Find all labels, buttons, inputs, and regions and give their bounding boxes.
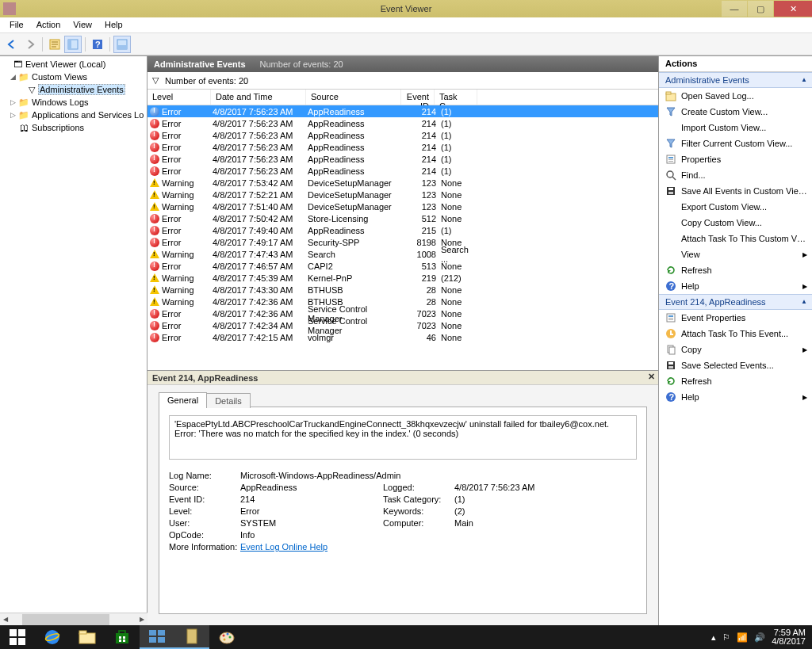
- table-row[interactable]: Error4/8/2017 7:56:23 AMAppReadiness214(…: [147, 153, 658, 165]
- table-row[interactable]: Error4/8/2017 7:56:23 AMAppReadiness214(…: [147, 141, 658, 153]
- table-row[interactable]: Error4/8/2017 7:49:17 AMSecurity-SPP8198…: [147, 236, 658, 248]
- action-item[interactable]: Copy▶: [659, 342, 812, 357]
- table-row[interactable]: Error4/8/2017 7:42:15 AMvolmgr46None: [147, 331, 658, 343]
- action-item[interactable]: Event Properties: [659, 310, 812, 326]
- table-row[interactable]: Warning4/8/2017 7:52:21 AMDeviceSetupMan…: [147, 189, 658, 200]
- tab-general[interactable]: General: [159, 392, 207, 407]
- scroll-right-icon[interactable]: ▶: [136, 616, 147, 623]
- preview-pane-button[interactable]: [113, 36, 131, 53]
- minimize-button[interactable]: —: [722, 1, 747, 17]
- col-date[interactable]: Date and Time: [211, 90, 306, 105]
- table-row[interactable]: Warning4/8/2017 7:47:43 AMSearch1008Sear…: [147, 248, 658, 260]
- filter-icon[interactable]: ▽: [152, 75, 159, 86]
- grid-header[interactable]: Level Date and Time Source Event ID Task…: [147, 90, 658, 105]
- action-item[interactable]: ?Help▶: [659, 278, 812, 294]
- table-row[interactable]: Error4/8/2017 7:50:42 AMStore-Licensing5…: [147, 212, 658, 224]
- tray-flag-icon[interactable]: ⚐: [722, 632, 730, 643]
- cell-level: Error: [162, 321, 213, 330]
- action-item[interactable]: Export Custom View...: [659, 199, 812, 215]
- taskbar-explorer[interactable]: [70, 625, 105, 649]
- action-item[interactable]: ?Help▶: [659, 389, 812, 405]
- system-tray[interactable]: ▴ ⚐ 📶 🔊 7:59 AM4/8/2017: [711, 628, 812, 646]
- help-button[interactable]: ?: [89, 36, 106, 53]
- taskbar-paint[interactable]: [209, 625, 244, 649]
- warn-icon: [149, 296, 160, 307]
- save-icon: [664, 360, 678, 371]
- table-row[interactable]: Error4/8/2017 7:42:36 AMService Control …: [147, 307, 658, 319]
- table-row[interactable]: Warning4/8/2017 7:53:42 AMDeviceSetupMan…: [147, 177, 658, 189]
- tray-clock[interactable]: 7:59 AM4/8/2017: [772, 628, 806, 646]
- action-item[interactable]: Create Custom View...: [659, 104, 812, 120]
- table-row[interactable]: Error4/8/2017 7:49:40 AMAppReadiness215(…: [147, 224, 658, 236]
- forward-button[interactable]: [21, 36, 39, 53]
- menu-help[interactable]: Help: [98, 17, 129, 32]
- menu-action[interactable]: Action: [30, 17, 67, 32]
- back-button[interactable]: [3, 36, 21, 53]
- tree-admin-events[interactable]: ▽Administrative Events: [0, 83, 147, 96]
- grid-body[interactable]: Error4/8/2017 7:56:23 AMAppReadiness214(…: [147, 105, 658, 370]
- tree-app-services[interactable]: ▷📁Applications and Services Lo: [0, 109, 147, 121]
- scroll-left-icon[interactable]: ◀: [0, 616, 11, 623]
- taskbar-eventvwr[interactable]: [174, 625, 209, 649]
- start-button[interactable]: [0, 625, 35, 649]
- cell-date: 4/8/2017 7:56:23 AM: [213, 143, 308, 152]
- err-icon: [149, 130, 160, 141]
- action-item[interactable]: Save Selected Events...: [659, 357, 812, 373]
- action-item[interactable]: Attach Task To This Custom Vie...: [659, 231, 812, 246]
- col-source[interactable]: Source: [306, 90, 401, 105]
- tray-volume-icon[interactable]: 🔊: [754, 632, 765, 643]
- action-item[interactable]: Refresh: [659, 262, 812, 278]
- tree-h-scrollbar[interactable]: ◀ ▶: [0, 613, 147, 625]
- action-item[interactable]: Open Saved Log...: [659, 88, 812, 104]
- table-row[interactable]: Warning4/8/2017 7:51:40 AMDeviceSetupMan…: [147, 200, 658, 212]
- table-row[interactable]: Error4/8/2017 7:56:23 AMAppReadiness214(…: [147, 105, 658, 117]
- online-help-link[interactable]: Event Log Online Help: [240, 542, 327, 552]
- table-row[interactable]: Warning4/8/2017 7:43:30 AMBTHUSB28None: [147, 284, 658, 296]
- table-row[interactable]: Warning4/8/2017 7:42:36 AMBTHUSB28None: [147, 296, 658, 307]
- taskbar[interactable]: ▴ ⚐ 📶 🔊 7:59 AM4/8/2017: [0, 625, 812, 649]
- actions-section-admin[interactable]: Administrative Events▲: [659, 72, 812, 88]
- table-row[interactable]: Error4/8/2017 7:56:23 AMAppReadiness214(…: [147, 129, 658, 141]
- scroll-thumb[interactable]: [22, 614, 109, 625]
- tree-subscriptions[interactable]: 🕮Subscriptions: [0, 121, 147, 134]
- action-item[interactable]: Find...: [659, 167, 812, 183]
- table-row[interactable]: Error4/8/2017 7:46:57 AMCAPI2513None: [147, 260, 658, 272]
- action-item[interactable]: Refresh: [659, 373, 812, 389]
- table-row[interactable]: Error4/8/2017 7:56:23 AMAppReadiness214(…: [147, 117, 658, 129]
- taskbar-mmc[interactable]: [140, 625, 174, 649]
- action-item[interactable]: Properties: [659, 151, 812, 167]
- tray-chevron-up-icon[interactable]: ▴: [711, 632, 716, 643]
- col-eventid[interactable]: Event ID: [401, 90, 435, 105]
- action-item[interactable]: Copy Custom View...: [659, 215, 812, 231]
- menu-view[interactable]: View: [67, 17, 98, 32]
- menu-file[interactable]: File: [3, 17, 30, 32]
- table-row[interactable]: Error4/8/2017 7:56:23 AMAppReadiness214(…: [147, 165, 658, 177]
- detail-close-button[interactable]: ✕: [648, 372, 655, 382]
- nav-tree[interactable]: 🗔Event Viewer (Local) ◢📁Custom Views ▽Ad…: [0, 56, 147, 625]
- taskbar-ie[interactable]: [35, 625, 70, 649]
- tree-root[interactable]: 🗔Event Viewer (Local): [0, 58, 147, 71]
- tree-custom-views[interactable]: ◢📁Custom Views: [0, 71, 147, 83]
- tree-windows-logs[interactable]: ▷📁Windows Logs: [0, 96, 147, 109]
- taskbar-store[interactable]: [105, 625, 140, 649]
- maximize-button[interactable]: ▢: [748, 1, 773, 17]
- tray-network-icon[interactable]: 📶: [737, 632, 748, 643]
- tab-details[interactable]: Details: [206, 393, 251, 408]
- svg-rect-31: [668, 366, 673, 368]
- action-item[interactable]: View▶: [659, 246, 812, 262]
- action-item[interactable]: Attach Task To This Event...: [659, 326, 812, 342]
- col-taskcat[interactable]: Task C...: [435, 90, 477, 105]
- col-level[interactable]: Level: [147, 90, 211, 105]
- table-row[interactable]: Warning4/8/2017 7:45:39 AMKernel-PnP219(…: [147, 272, 658, 284]
- cell-eventid: 512: [403, 214, 436, 223]
- action-item[interactable]: Filter Current Custom View...: [659, 136, 812, 151]
- svg-text:?: ?: [95, 40, 101, 49]
- action-item[interactable]: Import Custom View...: [659, 120, 812, 136]
- action-item[interactable]: Save All Events in Custom View ...: [659, 183, 812, 199]
- show-hide-tree-button[interactable]: [64, 36, 82, 53]
- actions-section-event[interactable]: Event 214, AppReadiness▲: [659, 294, 812, 310]
- close-button[interactable]: ✕: [774, 1, 812, 17]
- show-hide-action-button[interactable]: [46, 36, 63, 53]
- refresh-icon: [664, 265, 678, 276]
- table-row[interactable]: Error4/8/2017 7:42:34 AMService Control …: [147, 319, 658, 331]
